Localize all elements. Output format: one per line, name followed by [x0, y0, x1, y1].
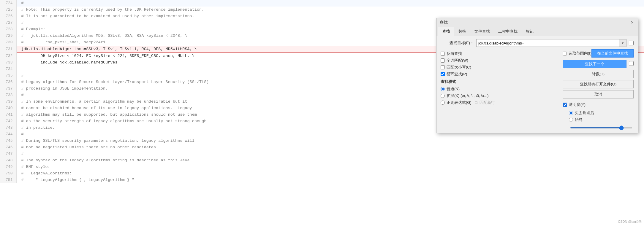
tab-project-find[interactable]: 工程中查找: [494, 27, 522, 36]
lose-focus-radio[interactable]: [569, 111, 573, 115]
line-number: 750: [0, 170, 16, 177]
whole-word-checkbox[interactable]: [441, 58, 445, 63]
always-label: 始终: [575, 117, 583, 122]
tab-file-find[interactable]: 文件查找: [470, 27, 494, 36]
code-cell: # LegacyAlgorithms:: [16, 170, 644, 177]
select-range-outer-text: 选取范围内(I): [569, 51, 591, 56]
table-row: 725# Note: This property is currently us…: [0, 7, 644, 13]
line-number: 742: [0, 118, 16, 125]
code-cell: #: [16, 0, 644, 7]
line-number: 726: [0, 13, 16, 20]
dialog-body: 查找目标(E)： ▼ 反向查找 全词匹配(W): [436, 36, 638, 133]
loop-find-label: 循环查找(P): [447, 71, 467, 77]
line-number: 735: [0, 72, 16, 79]
line-number: 727: [0, 20, 16, 26]
find-dialog: 查找 × 查找 替换 文件查找 工程中查找 标记 查找目标(E)： ▼ 反向查找: [436, 18, 638, 133]
table-row: 724#: [0, 0, 644, 7]
count-button[interactable]: 计数(T): [563, 70, 634, 78]
line-number: 732: [0, 53, 16, 60]
table-row: 745# During SSL/TLS security parameters …: [0, 138, 644, 144]
find-input[interactable]: [476, 39, 619, 47]
select-range-outer-checkbox[interactable]: [563, 52, 567, 55]
dialog-tabs: 查找 替换 文件查找 工程中查找 标记: [436, 27, 638, 36]
match-case-checkbox[interactable]: [441, 65, 445, 69]
line-number: 747: [0, 151, 16, 157]
lose-focus-label: 失去焦点后: [575, 110, 594, 116]
code-cell: # " LegacyAlgorithm { , LegacyAlgorithm …: [16, 177, 644, 183]
whole-word-row: 全词匹配(W): [441, 58, 560, 63]
always-radio[interactable]: [569, 118, 573, 122]
line-number: 729: [0, 33, 16, 39]
always-row: 始终: [569, 117, 634, 122]
line-number: 731: [0, 46, 16, 53]
find-dropdown-arrow[interactable]: ▼: [619, 39, 626, 47]
select-range-outer-label: 选取范围内(I): [563, 51, 591, 56]
table-row: 749# BNF-style:: [0, 164, 644, 170]
regex-mode-radio[interactable]: [441, 101, 445, 105]
line-number: 738: [0, 92, 16, 98]
reverse-find-checkbox[interactable]: [441, 52, 445, 56]
extended-mode-row: 扩展(X) (\n, \r, \t, \0, \x...): [441, 93, 560, 98]
mode-section: 查找模式 普通(N) 扩展(X) (\n, \r, \t, \0, \x...)…: [441, 79, 560, 105]
cancel-button[interactable]: 取消: [563, 90, 634, 98]
regex-mode-label: 正则表达式(G): [447, 100, 471, 105]
transparency-checkbox[interactable]: [563, 103, 567, 107]
line-number: 749: [0, 164, 16, 170]
line-number: 741: [0, 112, 16, 118]
reverse-find-row: 反向查找: [441, 51, 560, 56]
transparency-label-row: 透明度(Y): [563, 102, 586, 107]
code-cell: # Note: This property is currently used …: [16, 7, 644, 13]
code-cell: #: [16, 151, 644, 157]
line-number: 746: [0, 144, 16, 151]
find-next-button[interactable]: 查找下一个: [563, 60, 626, 68]
select-range-checkbox[interactable]: [629, 41, 634, 45]
mode-label: 查找模式: [441, 79, 560, 85]
line-number: 744: [0, 131, 16, 138]
line-number: 730: [0, 39, 16, 46]
tab-mark[interactable]: 标记: [522, 27, 538, 36]
line-number: 733: [0, 59, 16, 66]
find-in-current-button[interactable]: 在当前文件中查找: [591, 49, 634, 58]
line-number: 737: [0, 85, 16, 92]
tab-replace[interactable]: 替换: [454, 27, 470, 36]
extended-mode-label: 扩展(X) (\n, \r, \t, \0, \x...): [447, 93, 489, 98]
line-number: 725: [0, 7, 16, 13]
transparency-slider[interactable]: [570, 127, 632, 128]
line-number: 736: [0, 79, 16, 85]
line-number: 724: [0, 0, 16, 7]
line-number: 740: [0, 105, 16, 112]
match-case-row: 匹配大小写(C): [441, 65, 560, 70]
dialog-columns: 反向查找 全词匹配(W) 匹配大小写(C) 循环查找(P): [441, 49, 634, 129]
table-row: 748# The syntax of the legacy algorithms…: [0, 157, 644, 164]
dialog-close-button[interactable]: ×: [630, 20, 635, 25]
loop-find-row: 循环查找(P): [441, 71, 560, 77]
normal-mode-radio[interactable]: [441, 87, 445, 91]
code-cell: # not be negotiated unless there are no …: [16, 144, 644, 151]
line-number: 745: [0, 138, 16, 144]
find-next-checkbox[interactable]: [629, 61, 634, 66]
transparency-label: 透明度(Y): [569, 102, 586, 107]
line-number: 739: [0, 98, 16, 105]
table-row: 747#: [0, 151, 644, 157]
dialog-titlebar: 查找 ×: [436, 18, 638, 27]
right-col: 选取范围内(I) 在当前文件中查找 查找下一个 计数(T) 查找所有打开文件(Q…: [563, 49, 634, 129]
match-case-label: 匹配大小写(C): [447, 65, 471, 70]
lose-focus-row: 失去焦点后: [569, 110, 634, 116]
regex-mode-row: 正则表达式(G) □. 匹配新行: [441, 100, 560, 105]
line-number: 748: [0, 157, 16, 164]
line-number: 728: [0, 26, 16, 33]
focus-options: 失去焦点后 始终: [569, 110, 634, 129]
match-newline-label: □. 匹配新行: [475, 100, 495, 105]
top-buttons-row: 查找下一个: [563, 60, 634, 68]
loop-find-checkbox[interactable]: [441, 72, 445, 76]
normal-mode-label: 普通(N): [447, 86, 460, 92]
tab-find[interactable]: 查找: [438, 27, 454, 36]
normal-mode-row: 普通(N): [441, 86, 560, 92]
table-row: 751# " LegacyAlgorithm { , LegacyAlgorit…: [0, 177, 644, 183]
line-number: 734: [0, 66, 16, 72]
dialog-title: 查找: [439, 20, 448, 25]
table-row: 750# LegacyAlgorithms:: [0, 170, 644, 177]
extended-mode-radio[interactable]: [441, 94, 445, 98]
code-cell: # The syntax of the legacy algorithms st…: [16, 157, 644, 164]
find-all-open-button[interactable]: 查找所有打开文件(Q): [563, 80, 634, 88]
